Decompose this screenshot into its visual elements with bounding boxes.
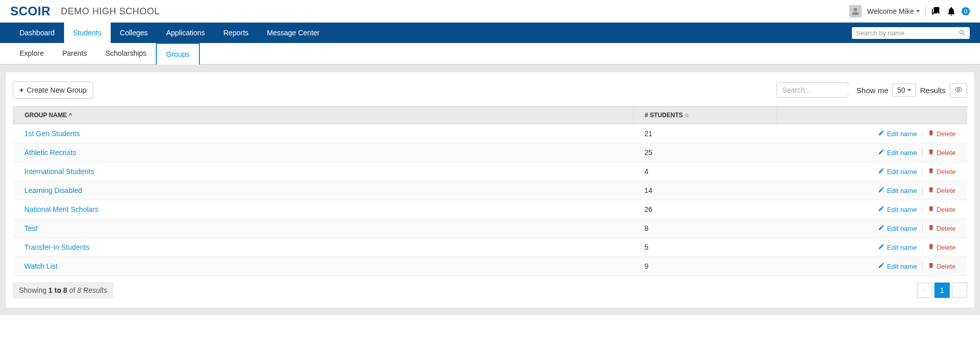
- app-logo[interactable]: SCOIR: [10, 4, 51, 18]
- edit-name-button[interactable]: Edit name: [878, 130, 917, 138]
- group-link[interactable]: International Students: [25, 167, 94, 176]
- student-count: 9: [633, 257, 776, 276]
- pencil-icon: [878, 186, 885, 195]
- delete-button[interactable]: Delete: [922, 205, 956, 213]
- tab-students[interactable]: Students: [64, 23, 111, 43]
- pager-next[interactable]: →: [952, 283, 967, 298]
- delete-button[interactable]: Delete: [922, 148, 956, 157]
- table-row: Learning Disabled14Edit nameDelete: [13, 181, 967, 200]
- table-row: Athletic Recruits25Edit nameDelete: [13, 143, 967, 162]
- showing-total: 8 Results: [77, 286, 107, 294]
- page-background: + Create New Group Show me 50 Results: [0, 64, 980, 315]
- edit-label: Edit name: [887, 206, 917, 213]
- edit-label: Edit name: [887, 130, 917, 138]
- group-link[interactable]: Test: [25, 224, 38, 232]
- visibility-toggle-button[interactable]: [950, 83, 967, 98]
- table-footer: Showing 1 to 8 of 8 Results ← 1 →: [13, 282, 967, 298]
- delete-label: Delete: [936, 168, 956, 176]
- group-link[interactable]: National Merit Scholars: [25, 205, 99, 213]
- edit-name-button[interactable]: Edit name: [878, 167, 917, 176]
- delete-button[interactable]: Delete: [922, 262, 956, 270]
- svg-point-0: [957, 89, 959, 91]
- group-link[interactable]: 1st Gen Students: [25, 130, 80, 138]
- delete-label: Delete: [936, 187, 956, 195]
- student-count: 14: [633, 181, 776, 200]
- table-search[interactable]: [777, 82, 848, 98]
- pager-page-1[interactable]: 1: [934, 283, 950, 298]
- pencil-icon: [878, 262, 885, 270]
- bell-icon[interactable]: [946, 6, 956, 16]
- col-actions: [776, 106, 967, 124]
- sub-nav: Explore Parents Scholarships Groups: [0, 43, 980, 64]
- welcome-text: Welcome Mike: [867, 7, 914, 15]
- student-count: 8: [633, 219, 776, 238]
- edit-name-button[interactable]: Edit name: [878, 148, 917, 157]
- student-count: 21: [633, 124, 776, 143]
- edit-name-button[interactable]: Edit name: [878, 224, 917, 232]
- main-nav: Dashboard Students Colleges Applications…: [0, 23, 980, 43]
- delete-label: Delete: [936, 225, 956, 232]
- global-search-input[interactable]: [856, 29, 958, 37]
- col-group-name[interactable]: GROUP NAME^: [13, 106, 634, 124]
- subtab-groups[interactable]: Groups: [156, 43, 200, 64]
- header-right: Welcome Mike 0: [849, 5, 970, 17]
- edit-name-button[interactable]: Edit name: [878, 205, 917, 213]
- results-label: Results: [920, 86, 946, 95]
- tab-colleges[interactable]: Colleges: [111, 23, 157, 43]
- tab-dashboard[interactable]: Dashboard: [10, 23, 64, 43]
- create-group-button[interactable]: + Create New Group: [13, 81, 93, 99]
- chat-icon[interactable]: [931, 6, 941, 16]
- group-link[interactable]: Transfer-In Students: [25, 243, 90, 251]
- col-students[interactable]: # STUDENTS⇅: [633, 106, 776, 124]
- pager-prev[interactable]: ←: [917, 283, 932, 298]
- delete-button[interactable]: Delete: [922, 186, 956, 195]
- student-count: 25: [633, 143, 776, 162]
- user-avatar-icon: [849, 5, 862, 17]
- notification-badge[interactable]: 0: [962, 7, 970, 15]
- edit-name-button[interactable]: Edit name: [878, 186, 917, 195]
- edit-label: Edit name: [887, 149, 917, 157]
- subtab-explore[interactable]: Explore: [10, 43, 53, 64]
- edit-name-button[interactable]: Edit name: [878, 243, 917, 251]
- tab-reports[interactable]: Reports: [214, 23, 258, 43]
- groups-table: GROUP NAME^ # STUDENTS⇅ 1st Gen Students…: [13, 106, 967, 276]
- student-count: 5: [633, 238, 776, 257]
- subtab-scholarships[interactable]: Scholarships: [96, 43, 156, 64]
- subtab-parents[interactable]: Parents: [53, 43, 96, 64]
- showing-prefix: Showing: [19, 286, 49, 294]
- edit-label: Edit name: [887, 225, 917, 232]
- toolbar: + Create New Group Show me 50 Results: [13, 81, 967, 99]
- tab-applications[interactable]: Applications: [157, 23, 214, 43]
- trash-icon: [928, 186, 934, 195]
- student-count: 4: [633, 162, 776, 181]
- table-row: Watch List9Edit nameDelete: [13, 257, 967, 276]
- trash-icon: [928, 148, 934, 157]
- pencil-icon: [878, 130, 885, 138]
- delete-button[interactable]: Delete: [922, 167, 956, 176]
- showing-of: of: [67, 286, 77, 294]
- delete-button[interactable]: Delete: [922, 130, 956, 138]
- divider: [925, 5, 926, 17]
- page-size-select[interactable]: 50: [892, 83, 916, 97]
- pencil-icon: [878, 148, 885, 157]
- group-link[interactable]: Watch List: [25, 262, 58, 270]
- toolbar-right: Show me 50 Results: [777, 82, 967, 98]
- delete-button[interactable]: Delete: [922, 243, 956, 251]
- caret-down-icon: [916, 10, 920, 12]
- showing-range: 1 to 8: [49, 286, 68, 294]
- user-menu[interactable]: Welcome Mike: [867, 7, 920, 15]
- group-link[interactable]: Learning Disabled: [25, 186, 83, 195]
- global-search[interactable]: [852, 27, 970, 39]
- edit-name-button[interactable]: Edit name: [878, 262, 917, 270]
- caret-down-icon: [907, 89, 911, 91]
- tab-message-center[interactable]: Message Center: [258, 23, 329, 43]
- pencil-icon: [878, 243, 885, 251]
- col-group-name-label: GROUP NAME: [25, 112, 67, 119]
- page-size-value: 50: [897, 86, 905, 94]
- delete-button[interactable]: Delete: [922, 224, 956, 232]
- table-row: 1st Gen Students21Edit nameDelete: [13, 124, 967, 143]
- group-link[interactable]: Athletic Recruits: [25, 148, 76, 157]
- pencil-icon: [878, 167, 885, 176]
- school-name: DEMO HIGH SCHOOL: [61, 6, 160, 17]
- page-size-cluster: Show me 50 Results: [856, 83, 967, 98]
